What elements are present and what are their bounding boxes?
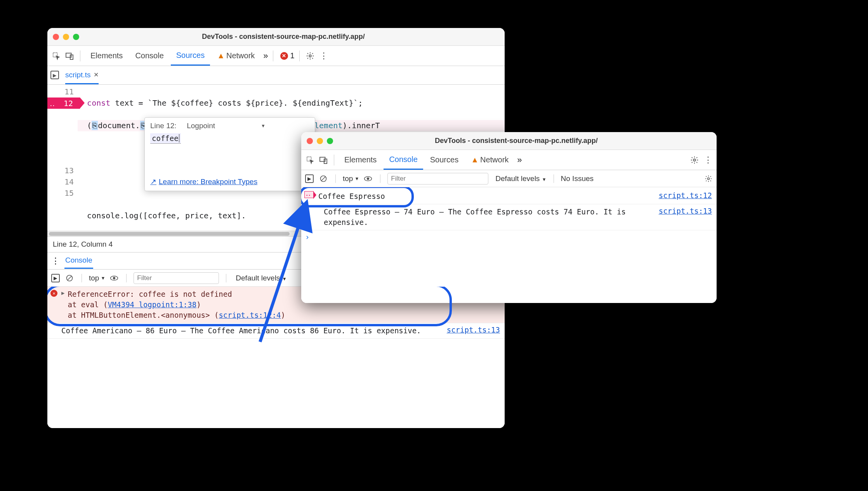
svg-point-3 [309,55,311,57]
tab-elements[interactable]: Elements [85,46,128,66]
filter-input[interactable] [387,173,488,185]
settings-icon[interactable] [304,52,316,60]
logpoint-expression-input[interactable]: coffee [150,133,181,144]
source-link[interactable]: script.ts:12 [659,191,712,200]
warning-icon: ▲ [471,155,479,164]
console-settings-icon[interactable] [703,175,713,183]
tab-sources[interactable]: Sources [171,46,210,66]
external-link-icon: ↗ [150,177,156,186]
stack-link[interactable]: script.ts:12:4 [219,311,281,319]
traffic-lights [307,138,333,144]
zoom-icon[interactable] [73,34,79,40]
learn-more-link[interactable]: ↗ Learn more: Breakpoint Types [150,177,257,186]
console-prompt[interactable]: › [301,230,717,244]
more-tabs-icon[interactable]: » [263,51,268,61]
live-expression-icon[interactable] [363,176,373,182]
tab-network[interactable]: ▲Network [465,150,514,170]
tab-sources[interactable]: Sources [425,150,464,170]
error-icon: ✕ [280,52,288,60]
stack-link[interactable]: VM4394 logpoint:1:38 [108,300,196,309]
cursor-position: Line 12, Column 4 [53,240,113,249]
more-tabs-icon[interactable]: » [517,155,522,165]
clear-console-icon[interactable] [318,175,328,183]
logpoint-popover: Line 12: Logpoint ▼ coffee ↗ Learn more:… [144,117,315,191]
logpoint-badge-icon: •• [304,191,314,198]
traffic-lights [53,34,79,40]
filter-input[interactable] [134,272,219,284]
kebab-menu-icon[interactable]: ⋮ [318,51,329,61]
svg-point-17 [708,178,710,179]
warning-icon: ▲ [217,51,225,60]
file-tab-script[interactable]: script.ts ✕ [65,66,99,84]
logpoint-marker[interactable]: ‥ 12 [47,98,80,109]
minimize-icon[interactable] [317,138,323,144]
drawer-tab-console[interactable]: Console [64,253,93,269]
inspect-icon[interactable] [50,52,62,60]
file-tabs: ▸ script.ts ✕ [47,66,505,85]
kebab-menu-icon[interactable]: ⋮ [702,155,713,165]
issues-button[interactable]: No Issues [561,174,594,183]
console-message-log: Coffee Americano – 86 Euro – The Coffee … [47,323,505,339]
svg-point-7 [113,277,115,279]
context-selector[interactable]: top ▼ [343,174,359,183]
titlebar: DevTools - consistent-source-map-pc.netl… [301,132,717,150]
main-toolbar: Elements Console Sources ▲Network » ⋮ [301,150,717,170]
clear-console-icon[interactable] [64,274,75,282]
window-title: DevTools - consistent-source-map-pc.netl… [83,33,499,41]
inspect-icon[interactable] [304,156,316,164]
log-levels-selector[interactable]: Default levels ▼ [236,274,286,282]
console-messages: •• Coffee Espresso script.ts:12 Coffee E… [301,187,717,303]
console-message-log: Coffee Espresso – 74 Euro – The Coffee E… [301,204,717,230]
expand-icon[interactable]: ▶ [61,290,64,296]
log-levels-selector[interactable]: Default levels ▼ [495,174,546,183]
titlebar: DevTools - consistent-source-map-pc.netl… [47,28,505,46]
context-selector[interactable]: top▼ [89,274,105,282]
navigator-toggle-icon[interactable]: ▸ [50,71,61,80]
console-toolbar: ▸ top ▼ Default levels ▼ No Issues [301,170,717,187]
devtools-window-2: DevTools - consistent-source-map-pc.netl… [301,132,717,303]
svg-line-14 [321,177,325,181]
device-icon[interactable] [64,52,75,60]
svg-point-12 [693,159,696,161]
tab-console[interactable]: Console [384,150,423,170]
tab-console[interactable]: Console [130,46,169,66]
svg-point-16 [367,178,369,179]
source-link[interactable]: script.ts:13 [447,326,500,334]
minimize-icon[interactable] [63,34,69,40]
popover-header: Line 12: Logpoint ▼ [150,122,309,130]
device-icon[interactable] [318,156,329,164]
sidebar-toggle-icon[interactable]: ▸ [304,174,314,183]
chevron-down-icon[interactable]: ▼ [261,123,266,129]
drawer-menu-icon[interactable]: ⋮ [51,256,60,266]
main-toolbar: Elements Console Sources ▲Network » ✕ 1 … [47,46,505,66]
scrollbar-thumb[interactable] [49,232,290,236]
tab-elements[interactable]: Elements [339,150,382,170]
window-title: DevTools - consistent-source-map-pc.netl… [337,137,711,145]
close-icon[interactable] [307,138,313,144]
sidebar-toggle-icon[interactable]: ▸ [50,274,61,282]
settings-icon[interactable] [689,156,700,164]
error-icon: ✕ [50,290,57,297]
close-icon[interactable] [53,34,59,40]
live-expression-icon[interactable] [109,275,119,281]
svg-line-5 [68,276,71,280]
console-message-logpoint: •• Coffee Espresso script.ts:12 [301,189,717,204]
close-tab-icon[interactable]: ✕ [94,71,99,78]
console-messages: ✕ ▶ ReferenceError: coffee is not define… [47,287,505,428]
error-count-badge[interactable]: ✕ 1 [280,51,295,60]
source-link[interactable]: script.ts:13 [659,207,712,215]
tab-network[interactable]: ▲Network [212,46,260,66]
zoom-icon[interactable] [327,138,333,144]
